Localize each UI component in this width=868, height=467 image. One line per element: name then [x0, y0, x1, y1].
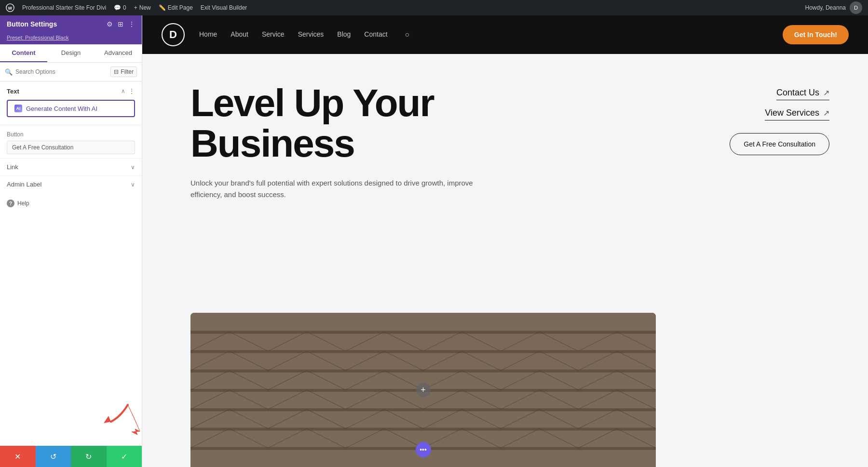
panel-header: Button Settings ⚙ ⊞ ⋮: [0, 15, 142, 33]
help-icon: ?: [7, 200, 14, 207]
undo-button[interactable]: ↺: [36, 446, 71, 467]
nav-search-icon[interactable]: ○: [405, 30, 410, 39]
consultation-button[interactable]: Get A Free Consultation: [730, 133, 829, 155]
text-section: Text ∧ ⋮ AI Generate Content With AI: [0, 81, 142, 123]
edit-page-label: Edit Page: [168, 4, 193, 11]
save-button[interactable]: ✓: [107, 446, 142, 467]
ai-generate-button[interactable]: AI Generate Content With AI: [7, 100, 135, 117]
nav-contact[interactable]: Contact: [364, 30, 387, 39]
main-layout: Button Settings ⚙ ⊞ ⋮ Preset: Profession…: [0, 15, 868, 467]
button-text-input[interactable]: [7, 141, 135, 154]
link-section-title: Link: [7, 163, 18, 171]
hero-right: Contact Us ↗ View Services ↗ Get A Free …: [656, 83, 829, 448]
hero-title: Level Up Your Business: [190, 83, 656, 164]
filter-label: Filter: [121, 68, 134, 75]
admin-label-header[interactable]: Admin Label ∨: [7, 181, 135, 188]
tab-design[interactable]: Design: [47, 44, 95, 62]
cancel-button[interactable]: ✕: [0, 446, 36, 467]
preset-label[interactable]: Preset: Professional Black: [7, 35, 68, 40]
admin-label-section: Admin Label ∨: [0, 175, 142, 193]
svg-rect-7: [190, 408, 656, 411]
cancel-icon: ✕: [14, 452, 21, 461]
redo-icon: ↻: [85, 452, 92, 461]
help-section[interactable]: ? Help: [0, 193, 142, 214]
preview-area: D Home About Service Services Blog Conta…: [142, 15, 868, 467]
admin-bar: W Professional Starter Site For Divi 💬 0…: [0, 0, 868, 15]
ai-icon: AI: [14, 105, 22, 112]
exit-builder-item[interactable]: Exit Visual Builder: [201, 4, 247, 11]
link-chevron-icon: ∨: [131, 164, 135, 171]
site-name-item[interactable]: Professional Starter Site For Divi: [22, 4, 106, 11]
site-logo: D: [162, 23, 185, 46]
link-section-header[interactable]: Link ∨: [7, 163, 135, 171]
admin-bar-right: Howdy, Deanna D: [805, 1, 863, 14]
red-arrow-indicator: [101, 395, 145, 440]
button-field-group: Button: [0, 127, 142, 158]
contact-us-link[interactable]: Contact Us ↗: [776, 88, 829, 100]
panel-title: Button Settings: [7, 20, 57, 28]
image-options-button[interactable]: •••: [416, 442, 431, 457]
nav-home[interactable]: Home: [199, 30, 217, 39]
text-section-title: Text: [7, 88, 19, 95]
contact-arrow-icon: ↗: [823, 88, 829, 97]
new-label: New: [139, 4, 151, 11]
exit-builder-label: Exit Visual Builder: [201, 4, 247, 11]
more-icon[interactable]: ⋮: [128, 20, 135, 28]
panel-search-bar: 🔍 ⊟ Filter: [0, 63, 142, 81]
panel-bottom-bar: ✕ ↺ ↻ ✓: [0, 446, 142, 467]
site-nav: Home About Service Services Blog Contact…: [199, 30, 409, 39]
wp-logo-item[interactable]: W: [6, 3, 14, 12]
help-label: Help: [17, 200, 29, 207]
text-section-header: Text ∧ ⋮: [7, 87, 135, 95]
redo-button[interactable]: ↻: [71, 446, 107, 467]
comments-item[interactable]: 💬 0: [114, 4, 126, 11]
add-element-button[interactable]: +: [416, 383, 431, 397]
button-field-label: Button: [7, 131, 135, 138]
settings-icon[interactable]: ⚙: [107, 20, 113, 28]
svg-rect-5: [190, 370, 656, 373]
search-icon: 🔍: [5, 68, 13, 76]
hero-building-image: + •••: [190, 313, 656, 467]
get-in-touch-button[interactable]: Get In Touch!: [783, 25, 849, 44]
services-arrow-icon: ↗: [823, 108, 829, 118]
comments-count: 0: [123, 4, 126, 11]
view-services-link[interactable]: View Services ↗: [765, 108, 829, 120]
hero-section: Level Up Your Business Unlock your brand…: [142, 54, 868, 467]
undo-icon: ↺: [50, 452, 56, 461]
hero-subtitle: Unlock your brand's full potential with …: [190, 177, 480, 200]
nav-service[interactable]: Service: [262, 30, 285, 39]
filter-icon: ⊟: [114, 68, 119, 75]
nav-blog[interactable]: Blog: [337, 30, 351, 39]
edit-page-item[interactable]: ✏️ Edit Page: [159, 4, 193, 11]
svg-text:W: W: [8, 6, 13, 11]
layout-icon[interactable]: ⊞: [118, 20, 123, 28]
divider-1: [0, 125, 142, 125]
panel-tabs: Content Design Advanced: [0, 44, 142, 63]
ai-button-label: Generate Content With AI: [26, 105, 97, 112]
panel-preset: Preset: Professional Black: [0, 33, 142, 44]
panel-header-icons: ⚙ ⊞ ⋮: [107, 20, 135, 28]
svg-rect-8: [190, 427, 656, 430]
site-header: D Home About Service Services Blog Conta…: [142, 15, 868, 54]
new-item[interactable]: + New: [134, 4, 151, 11]
svg-rect-3: [190, 331, 656, 334]
hero-left: Level Up Your Business Unlock your brand…: [190, 83, 656, 448]
pencil-icon: ✏️: [159, 4, 166, 11]
tab-content[interactable]: Content: [0, 44, 47, 62]
tab-advanced[interactable]: Advanced: [95, 44, 142, 62]
nav-about[interactable]: About: [231, 30, 248, 39]
howdy-label: Howdy, Deanna: [805, 4, 846, 11]
chevron-up-icon[interactable]: ∧: [121, 88, 125, 94]
left-panel: Button Settings ⚙ ⊞ ⋮ Preset: Profession…: [0, 15, 142, 467]
svg-rect-4: [190, 350, 656, 353]
nav-services[interactable]: Services: [298, 30, 324, 39]
filter-button[interactable]: ⊟ Filter: [110, 67, 137, 77]
user-avatar[interactable]: D: [850, 1, 862, 14]
text-options-icon[interactable]: ⋮: [128, 87, 135, 95]
admin-label-chevron-icon: ∨: [131, 181, 135, 188]
link-section: Link ∨: [0, 158, 142, 175]
site-name-label: Professional Starter Site For Divi: [22, 4, 106, 11]
admin-label-title: Admin Label: [7, 181, 41, 188]
save-icon: ✓: [121, 452, 127, 461]
search-input[interactable]: [15, 68, 108, 75]
